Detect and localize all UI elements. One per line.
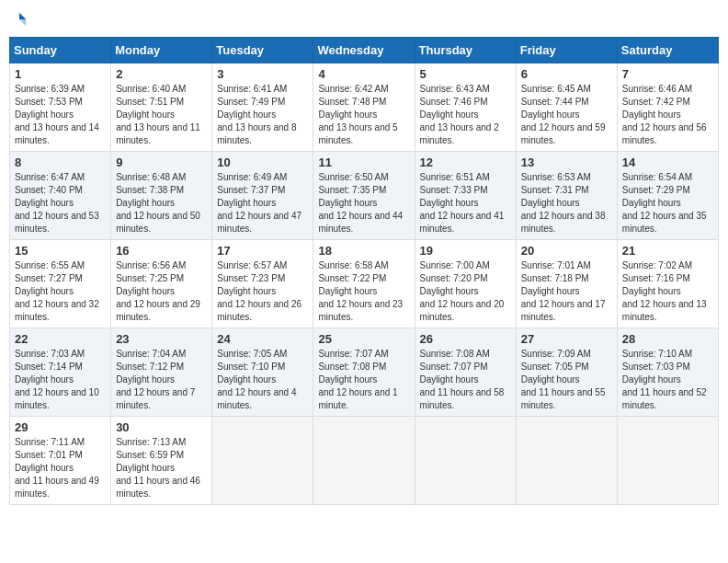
calendar-cell: 24 Sunrise: 7:05 AMSunset: 7:10 PMDaylig… xyxy=(212,328,313,417)
day-number: 16 xyxy=(116,244,207,258)
day-number: 1 xyxy=(15,67,106,81)
day-info: Sunrise: 6:42 AMSunset: 7:48 PMDaylight … xyxy=(318,83,409,147)
day-info: Sunrise: 6:54 AMSunset: 7:29 PMDaylight … xyxy=(622,171,713,236)
calendar-cell: 16 Sunrise: 6:56 AMSunset: 7:25 PMDaylig… xyxy=(111,240,212,328)
day-info: Sunrise: 6:57 AMSunset: 7:23 PMDaylight … xyxy=(217,259,308,324)
day-number: 5 xyxy=(420,67,511,81)
day-info: Sunrise: 7:02 AMSunset: 7:16 PMDaylight … xyxy=(622,259,713,324)
day-number: 4 xyxy=(318,67,409,81)
logo xyxy=(9,9,28,29)
calendar-cell: 13 Sunrise: 6:53 AMSunset: 7:31 PMDaylig… xyxy=(516,152,617,240)
day-info: Sunrise: 6:47 AMSunset: 7:40 PMDaylight … xyxy=(15,171,106,236)
calendar-week-row: 15 Sunrise: 6:55 AMSunset: 7:27 PMDaylig… xyxy=(10,240,719,328)
svg-marker-0 xyxy=(19,13,26,19)
calendar-cell: 21 Sunrise: 7:02 AMSunset: 7:16 PMDaylig… xyxy=(617,240,718,328)
day-number: 20 xyxy=(521,244,612,258)
day-info: Sunrise: 7:13 AMSunset: 6:59 PMDaylight … xyxy=(116,436,207,500)
day-info: Sunrise: 7:03 AMSunset: 7:14 PMDaylight … xyxy=(15,348,106,412)
day-number: 13 xyxy=(521,155,612,169)
calendar-cell xyxy=(617,417,718,505)
day-info: Sunrise: 6:56 AMSunset: 7:25 PMDaylight … xyxy=(116,259,207,324)
day-number: 22 xyxy=(15,332,106,346)
calendar-cell: 7 Sunrise: 6:46 AMSunset: 7:42 PMDayligh… xyxy=(617,63,718,152)
day-info: Sunrise: 7:10 AMSunset: 7:03 PMDaylight … xyxy=(622,348,713,412)
calendar-week-row: 1 Sunrise: 6:39 AMSunset: 7:53 PMDayligh… xyxy=(10,63,719,152)
day-number: 21 xyxy=(622,244,713,258)
day-number: 8 xyxy=(15,155,106,169)
day-number: 12 xyxy=(420,155,511,169)
calendar-cell: 19 Sunrise: 7:00 AMSunset: 7:20 PMDaylig… xyxy=(415,240,516,328)
day-number: 28 xyxy=(622,332,713,346)
day-info: Sunrise: 7:05 AMSunset: 7:10 PMDaylight … xyxy=(217,348,308,412)
calendar-week-row: 22 Sunrise: 7:03 AMSunset: 7:14 PMDaylig… xyxy=(10,328,719,417)
day-info: Sunrise: 7:00 AMSunset: 7:20 PMDaylight … xyxy=(420,259,511,324)
calendar-cell: 29 Sunrise: 7:11 AMSunset: 7:01 PMDaylig… xyxy=(10,417,111,505)
day-info: Sunrise: 6:48 AMSunset: 7:38 PMDaylight … xyxy=(116,171,207,236)
day-info: Sunrise: 6:49 AMSunset: 7:37 PMDaylight … xyxy=(217,171,308,236)
day-number: 10 xyxy=(217,155,308,169)
page: SundayMondayTuesdayWednesdayThursdayFrid… xyxy=(9,9,719,505)
day-number: 26 xyxy=(420,332,511,346)
calendar-cell: 27 Sunrise: 7:09 AMSunset: 7:05 PMDaylig… xyxy=(516,328,617,417)
weekday-header: Thursday xyxy=(415,38,516,63)
calendar-cell: 23 Sunrise: 7:04 AMSunset: 7:12 PMDaylig… xyxy=(111,328,212,417)
day-info: Sunrise: 6:39 AMSunset: 7:53 PMDaylight … xyxy=(15,83,106,147)
day-info: Sunrise: 6:41 AMSunset: 7:49 PMDaylight … xyxy=(217,83,308,147)
calendar-cell xyxy=(516,417,617,505)
day-info: Sunrise: 6:40 AMSunset: 7:51 PMDaylight … xyxy=(116,83,207,147)
calendar-cell: 9 Sunrise: 6:48 AMSunset: 7:38 PMDayligh… xyxy=(111,152,212,240)
calendar-cell: 10 Sunrise: 6:49 AMSunset: 7:37 PMDaylig… xyxy=(212,152,313,240)
day-info: Sunrise: 7:08 AMSunset: 7:07 PMDaylight … xyxy=(420,348,511,412)
calendar-cell: 25 Sunrise: 7:07 AMSunset: 7:08 PMDaylig… xyxy=(313,328,415,417)
day-number: 25 xyxy=(318,332,409,346)
calendar-cell: 3 Sunrise: 6:41 AMSunset: 7:49 PMDayligh… xyxy=(212,63,313,152)
calendar-cell: 18 Sunrise: 6:58 AMSunset: 7:22 PMDaylig… xyxy=(313,240,415,328)
calendar-cell xyxy=(415,417,516,505)
day-info: Sunrise: 6:53 AMSunset: 7:31 PMDaylight … xyxy=(521,171,612,236)
calendar-cell: 1 Sunrise: 6:39 AMSunset: 7:53 PMDayligh… xyxy=(10,63,111,152)
calendar-cell: 20 Sunrise: 7:01 AMSunset: 7:18 PMDaylig… xyxy=(516,240,617,328)
day-number: 23 xyxy=(116,332,207,346)
day-number: 17 xyxy=(217,244,308,258)
day-number: 11 xyxy=(318,155,409,169)
day-info: Sunrise: 6:50 AMSunset: 7:35 PMDaylight … xyxy=(318,171,409,236)
day-number: 24 xyxy=(217,332,308,346)
day-info: Sunrise: 6:46 AMSunset: 7:42 PMDaylight … xyxy=(622,83,713,147)
day-info: Sunrise: 6:58 AMSunset: 7:22 PMDaylight … xyxy=(318,259,409,324)
day-number: 18 xyxy=(318,244,409,258)
day-number: 29 xyxy=(15,420,106,434)
calendar-table: SundayMondayTuesdayWednesdayThursdayFrid… xyxy=(9,37,719,505)
calendar-cell: 11 Sunrise: 6:50 AMSunset: 7:35 PMDaylig… xyxy=(313,152,415,240)
day-number: 15 xyxy=(15,244,106,258)
logo-text xyxy=(9,13,28,29)
calendar-cell: 28 Sunrise: 7:10 AMSunset: 7:03 PMDaylig… xyxy=(617,328,718,417)
day-info: Sunrise: 7:09 AMSunset: 7:05 PMDaylight … xyxy=(521,348,612,412)
calendar-cell: 14 Sunrise: 6:54 AMSunset: 7:29 PMDaylig… xyxy=(617,152,718,240)
weekday-header: Monday xyxy=(111,38,212,63)
day-number: 3 xyxy=(217,67,308,81)
weekday-header: Wednesday xyxy=(313,38,415,63)
calendar-cell xyxy=(313,417,415,505)
calendar-cell: 30 Sunrise: 7:13 AMSunset: 6:59 PMDaylig… xyxy=(111,417,212,505)
weekday-header: Friday xyxy=(516,38,617,63)
weekday-header: Tuesday xyxy=(212,38,313,63)
day-number: 9 xyxy=(116,155,207,169)
svg-marker-1 xyxy=(19,19,26,26)
day-number: 27 xyxy=(521,332,612,346)
day-info: Sunrise: 6:55 AMSunset: 7:27 PMDaylight … xyxy=(15,259,106,324)
day-info: Sunrise: 6:51 AMSunset: 7:33 PMDaylight … xyxy=(420,171,511,236)
day-number: 6 xyxy=(521,67,612,81)
calendar-week-row: 29 Sunrise: 7:11 AMSunset: 7:01 PMDaylig… xyxy=(10,417,719,505)
calendar-cell: 5 Sunrise: 6:43 AMSunset: 7:46 PMDayligh… xyxy=(415,63,516,152)
header xyxy=(9,9,719,29)
calendar-cell xyxy=(212,417,313,505)
day-number: 30 xyxy=(116,420,207,434)
weekday-header: Sunday xyxy=(10,38,111,63)
day-info: Sunrise: 7:01 AMSunset: 7:18 PMDaylight … xyxy=(521,259,612,324)
logo-icon xyxy=(11,11,28,28)
calendar-cell: 26 Sunrise: 7:08 AMSunset: 7:07 PMDaylig… xyxy=(415,328,516,417)
calendar-week-row: 8 Sunrise: 6:47 AMSunset: 7:40 PMDayligh… xyxy=(10,152,719,240)
day-number: 19 xyxy=(420,244,511,258)
day-info: Sunrise: 6:45 AMSunset: 7:44 PMDaylight … xyxy=(521,83,612,147)
day-info: Sunrise: 7:04 AMSunset: 7:12 PMDaylight … xyxy=(116,348,207,412)
